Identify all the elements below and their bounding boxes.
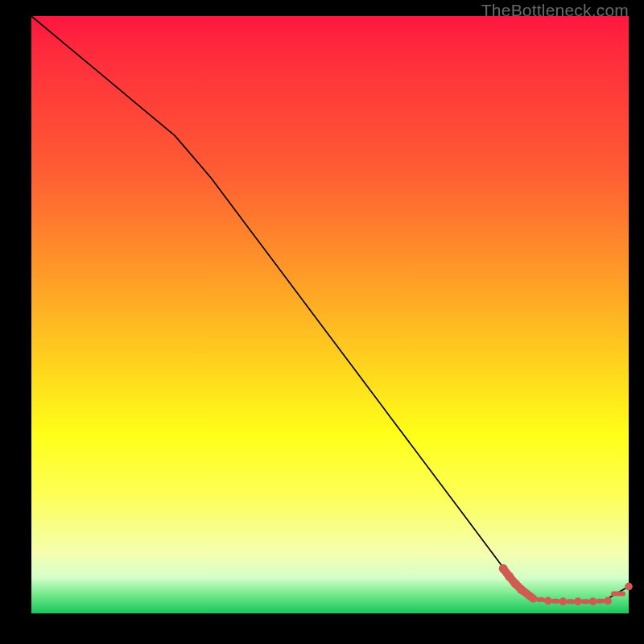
marker-point — [505, 572, 514, 581]
marker-point — [574, 597, 582, 605]
watermark-text: TheBottleneck.com — [481, 1, 629, 20]
marker-dash — [581, 599, 590, 604]
marker-point — [544, 597, 552, 605]
marker-point — [604, 597, 612, 605]
marker-point-group — [499, 564, 633, 605]
bottleneck-curve — [31, 16, 629, 601]
marker-point — [625, 583, 633, 591]
marker-point — [559, 597, 568, 605]
marker-dash — [536, 597, 545, 602]
marker-dash — [611, 592, 625, 597]
chart-frame: TheBottleneck.com — [0, 0, 644, 644]
marker-dash — [566, 599, 575, 604]
marker-point — [517, 585, 526, 594]
marker-point — [529, 595, 537, 603]
marker-dash — [596, 599, 605, 604]
marker-dash — [551, 599, 560, 604]
chart-overlay — [31, 16, 629, 613]
marker-point — [589, 597, 597, 605]
marker-point — [499, 564, 508, 573]
